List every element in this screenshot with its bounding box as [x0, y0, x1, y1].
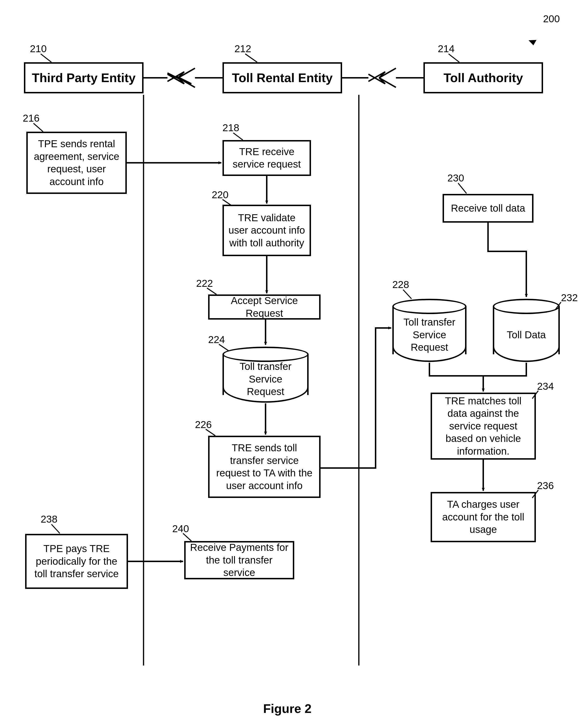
ref-238: 238 — [41, 514, 57, 525]
step-222: Accept Service Request — [208, 294, 321, 319]
step-216: TPE sends rental agreement, service requ… — [26, 132, 127, 194]
step-226: TRE sends toll transfer service request … — [208, 436, 321, 498]
step-234: TRE matches toll data against the servic… — [431, 393, 536, 460]
db-228-text: Toll transfer Service Request — [398, 316, 460, 354]
step-220: TRE validate user account info with toll… — [222, 205, 311, 256]
figure-label: Figure 2 — [263, 701, 311, 716]
step-230-text: Receive toll data — [451, 202, 525, 215]
ref-218: 218 — [222, 122, 239, 134]
ref-200: 200 — [543, 13, 560, 25]
svg-line-14 — [41, 54, 51, 62]
step-218-text: TRE receive service request — [228, 146, 305, 171]
ref-224: 224 — [208, 334, 225, 345]
svg-line-16 — [449, 54, 459, 62]
entity-toll-rental: Toll Rental Entity — [222, 62, 342, 94]
diagram-stage: 200 Third Party Entity 210 Toll Rental E… — [0, 0, 583, 728]
ref-212: 212 — [234, 43, 251, 55]
svg-line-17 — [33, 123, 43, 132]
ref-232: 232 — [561, 292, 578, 304]
svg-marker-3 — [167, 73, 191, 84]
step-216-text: TPE sends rental agreement, service requ… — [32, 138, 121, 188]
step-226-text: TRE sends toll transfer service request … — [214, 442, 315, 492]
svg-line-28 — [51, 524, 60, 534]
step-222-text: Accept Service Request — [214, 294, 315, 319]
ref-228: 228 — [392, 279, 409, 290]
step-240: Receive Payments for the toll transfer s… — [184, 541, 294, 579]
db-232-text: Toll Data — [507, 329, 546, 341]
ref-220: 220 — [212, 189, 228, 201]
step-220-text: TRE validate user account info with toll… — [228, 212, 305, 250]
entity-third-party-label: Third Party Entity — [32, 70, 135, 86]
db-228: Toll transfer Service Request — [392, 306, 467, 354]
step-236-text: TA charges user account for the toll usa… — [436, 498, 530, 536]
ref-210: 210 — [30, 43, 47, 55]
db-224-text: Toll transfer Service Request — [229, 360, 302, 398]
step-238-text: TPE pays TRE periodically for the toll t… — [31, 543, 122, 580]
ref-230: 230 — [447, 172, 464, 184]
step-238: TPE pays TRE periodically for the toll t… — [25, 534, 128, 589]
svg-line-24 — [403, 290, 412, 299]
ref-226: 226 — [195, 419, 212, 431]
step-236: TA charges user account for the toll usa… — [431, 492, 536, 542]
ref-236: 236 — [537, 480, 554, 492]
db-224: Toll transfer Service Request — [222, 354, 309, 395]
step-240-text: Receive Payments for the toll transfer s… — [190, 541, 288, 579]
step-234-text: TRE matches toll data against the servic… — [436, 395, 530, 458]
entity-third-party: Third Party Entity — [24, 62, 143, 94]
ref-234: 234 — [537, 381, 554, 392]
step-230: Receive toll data — [443, 194, 533, 223]
svg-line-15 — [245, 54, 257, 62]
step-218: TRE receive service request — [222, 140, 311, 176]
svg-line-23 — [458, 183, 467, 193]
entity-toll-authority: Toll Authority — [423, 62, 543, 94]
svg-line-18 — [233, 133, 243, 140]
entity-toll-authority-label: Toll Authority — [444, 70, 523, 86]
entity-toll-rental-label: Toll Rental Entity — [232, 70, 333, 86]
ref-222: 222 — [196, 278, 213, 289]
ref-240: 240 — [172, 523, 189, 535]
db-232: Toll Data — [493, 306, 560, 354]
ref-216: 216 — [23, 112, 39, 124]
ref-214: 214 — [438, 43, 454, 55]
